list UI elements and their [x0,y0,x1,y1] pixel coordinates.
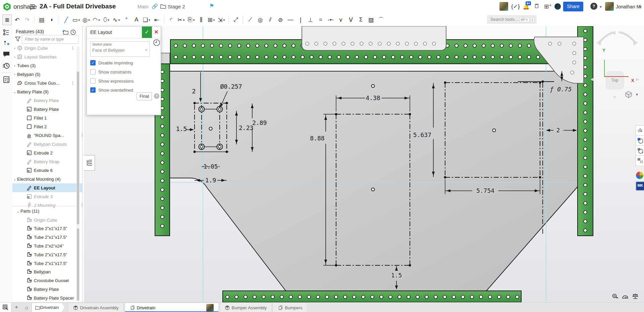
followers-list-icon[interactable] [3,76,10,83]
expand-arrow-icon[interactable]: › [12,73,17,76]
dialog-help-icon[interactable]: ? [154,93,159,99]
feature-item[interactable]: ⌄ Battery Plate (9) [12,87,75,96]
feature-item[interactable]: Extrude 2 [12,148,83,157]
checkbox-disable-imprinting[interactable]: ✓ Disable imprinting [90,59,133,66]
dimension-tool[interactable]: ⇤ [152,14,161,25]
version-label[interactable]: Stage 2 [168,4,185,9]
mk-app[interactable]: MK [636,181,644,191]
measure-tool[interactable]: ⤢ [231,14,240,25]
feature-scrollbar[interactable] [76,46,79,302]
collaborator-avatar[interactable] [499,2,508,11]
tab-bumpers[interactable]: Bumpers [273,303,307,312]
user-menu-caret-icon[interactable]: ▼ [638,5,642,9]
coincident-constraint[interactable]: ⟋ [246,14,255,25]
concentric-constraint[interactable]: ◎ [256,14,265,25]
fillet-tool[interactable]: ◜ [166,14,176,25]
view-down-arrow[interactable]: ▼ [612,95,617,100]
tasks-list-icon[interactable]: 🗒 [534,3,540,10]
part-item[interactable]: Tube 2"x2"x24" [12,241,83,250]
kebab-menu-icon[interactable]: ⋮ [80,203,83,208]
spline-tool[interactable]: ∿▾ [112,14,121,25]
arc-tool[interactable]: ◠▾ [92,14,101,25]
tab-drivetrain[interactable]: Drivetrain [125,303,219,312]
point-tool[interactable]: ° [122,14,131,25]
part-item[interactable]: Crosstube Gusset [12,276,83,285]
user-avatar[interactable] [605,2,614,11]
rollback-clock-icon[interactable] [70,29,76,35]
fix-constraint[interactable]: Ⅴ [346,14,356,25]
scroll-thumb-parts[interactable] [77,228,79,301]
view-left-arrow[interactable]: ◀ [590,77,594,82]
measure-icon[interactable] [612,293,619,300]
horizontal-constraint[interactable]: — [286,14,295,25]
part-item[interactable]: Origin Cube [12,216,83,224]
configurations-icon[interactable]: c) [636,155,644,166]
manage-tabs-button[interactable] [0,303,11,312]
help-caret-icon[interactable]: ▼ [599,5,602,9]
dimension-label[interactable]: 1.05 [203,163,218,170]
link-icon[interactable]: 🔗 [152,3,158,9]
final-button[interactable]: Final [137,92,152,100]
feature-item[interactable]: Battery Plate [12,96,83,105]
perpendicular-constraint[interactable]: ⊥ [306,14,315,25]
workspace-branch[interactable]: Main [138,4,149,9]
part-item[interactable]: Tube 2"x1"x17.5" [12,250,83,259]
feature-item[interactable]: › Tubes (3) [12,61,75,70]
feature-item[interactable]: Extrude 6 [12,166,83,175]
search-tools-box[interactable]: Search tools...alt/⌥c [487,15,537,24]
expand-arrow-icon[interactable]: › [12,55,17,59]
part-item[interactable]: Battery Plate [12,285,83,294]
feature-flyout-toggle[interactable] [84,155,95,171]
part-item[interactable]: Bellypan [12,268,83,276]
feature-item[interactable]: Battery Strap [12,157,83,166]
add-folder-icon[interactable] [62,29,68,35]
use-project-tool[interactable]: ❏▾ [142,14,151,25]
display-states-icon[interactable] [636,145,644,156]
named-views-icon[interactable] [636,135,644,146]
share-button[interactable]: Share [563,2,583,11]
parallel-constraint[interactable]: ⫽ [266,14,275,25]
part-item[interactable]: Tube 2"x1"x17.5" [12,224,83,233]
feature-item[interactable]: EE Layout [12,183,83,192]
kebab-menu-icon[interactable]: ⋮ [71,46,75,50]
dimension-label[interactable]: 1.5 [391,272,402,279]
sketch-feature-list[interactable]: ≣ [2,14,12,25]
parts-section-header[interactable]: ⌄Parts (11) [16,207,39,216]
dimension-label[interactable]: 2.23 [239,124,253,131]
checkbox-icon[interactable] [90,69,96,75]
breadcrumb-folder-tab[interactable]: Drivetrain [32,303,65,312]
expand-arrow-icon[interactable]: › [12,46,17,50]
line-tool[interactable]: ╱ [61,14,71,25]
view-rotate-arrows[interactable] [594,30,641,46]
dialog-cancel-button[interactable]: ✕ [152,27,161,38]
share-flag-icon[interactable]: ⚑ [209,3,214,9]
appearance-panel-icon[interactable] [636,125,644,136]
fix-hatch[interactable]: ▨ [366,14,376,25]
featurescript-check-icon[interactable]: {✓} [511,3,520,10]
achievements-icon[interactable]: 🌑 [554,3,561,10]
user-name[interactable]: Jonathan Mi [616,4,641,9]
sheet-metal[interactable]: ▤ [37,14,46,25]
filter-funnel-icon[interactable] [15,36,20,42]
sketch-history-clock-icon[interactable] [153,39,160,46]
checkbox-show-constraints[interactable]: Show constraints [90,69,131,75]
part-item[interactable]: Battery Plate Spacer [12,294,83,302]
checkbox-show-expressions[interactable]: Show expressions [90,78,134,84]
mirror-tool[interactable]: ⫼ [197,14,206,25]
sketch-canvas[interactable]: 2Ø0.2571.52.232.891.051.94.388.881.55.63… [84,26,644,302]
redo[interactable]: ↷ [22,14,32,25]
text-tool[interactable]: A [132,14,141,25]
tangent-constraint[interactable]: ⊘ [276,14,285,25]
symmetric-constraint[interactable]: ⋎ [336,14,345,25]
circle-tool[interactable]: ◎▾ [82,14,91,25]
dialog-confirm-button[interactable]: ✓ [142,27,152,38]
color-pinwheel-app[interactable] [636,171,644,179]
document-title[interactable]: 2A - Full Detail Drivebase [40,3,116,10]
checkbox-icon[interactable]: ✓ [90,60,96,65]
kebab-menu-icon[interactable]: ⋮ [71,81,75,85]
feature-item[interactable]: Fillet 2 [12,122,83,131]
view-mode-caret-icon[interactable]: ▼ [635,93,639,96]
view-mode-cube-icon[interactable] [625,91,633,98]
feature-item[interactable]: ⌄ Electrical Mounting (4) [12,175,75,183]
import-dxf-tool[interactable]: ⇲▾ [217,14,226,25]
